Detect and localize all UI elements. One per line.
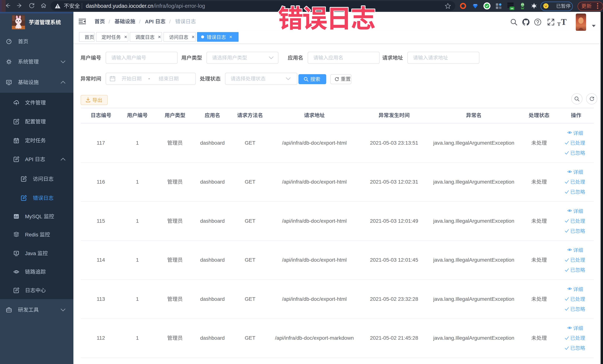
svg-text:on: on bbox=[511, 7, 513, 10]
